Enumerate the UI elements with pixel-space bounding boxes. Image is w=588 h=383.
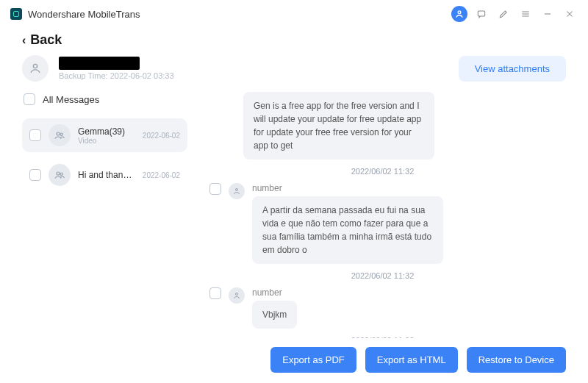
export-html-button[interactable]: Export as HTML bbox=[365, 347, 458, 373]
sidebar: All Messages Gemma(39) Video 2022-06-02 bbox=[22, 87, 187, 338]
svg-point-2 bbox=[33, 64, 37, 68]
sender-avatar-icon bbox=[229, 287, 245, 304]
svg-point-3 bbox=[57, 132, 60, 135]
sender-label: number bbox=[252, 183, 443, 193]
export-pdf-button[interactable]: Export as PDF bbox=[270, 347, 356, 373]
svg-point-7 bbox=[236, 189, 238, 191]
chevron-left-icon: ‹ bbox=[22, 34, 26, 47]
app-title: Wondershare MobileTrans bbox=[28, 9, 140, 20]
all-messages-row[interactable]: All Messages bbox=[22, 90, 187, 112]
conversation-date: 2022-06-02 bbox=[143, 171, 180, 179]
conversation-item[interactable]: Gemma(39) Video 2022-06-02 bbox=[22, 118, 187, 152]
message-timestamp: 2022/06/02 11:32 bbox=[209, 271, 556, 280]
message-timestamp: 2022/06/02 11:32 bbox=[209, 167, 556, 176]
all-messages-label: All Messages bbox=[43, 94, 99, 105]
message-timestamp: 2022/06/02 11:32 bbox=[209, 336, 556, 338]
conversation-preview: Video bbox=[78, 137, 135, 145]
message-checkbox[interactable] bbox=[209, 183, 221, 195]
conversation-item[interactable]: Hi and thanks(43) 2022-06-02 bbox=[22, 158, 187, 192]
footer: Export as PDF Export as HTML Restore to … bbox=[0, 338, 588, 383]
message-bubble: Vbjkm bbox=[252, 301, 297, 329]
minimize-icon[interactable] bbox=[539, 6, 556, 22]
message-bubble: A partir da semana passada eu fui na sua… bbox=[252, 196, 443, 264]
edit-icon[interactable] bbox=[495, 6, 512, 22]
back-button[interactable]: ‹ Back bbox=[0, 28, 588, 55]
backup-header: Backup Time: 2022-06-02 03:33 View attac… bbox=[0, 55, 588, 87]
all-messages-checkbox[interactable] bbox=[24, 93, 35, 105]
message-row: number Vbjkm bbox=[209, 287, 556, 329]
back-label: Back bbox=[30, 32, 62, 48]
conversation-checkbox[interactable] bbox=[29, 169, 41, 181]
backup-time: Backup Time: 2022-06-02 03:33 bbox=[59, 71, 448, 80]
conversation-date: 2022-06-02 bbox=[143, 132, 180, 140]
svg-point-4 bbox=[60, 133, 62, 135]
contact-avatar bbox=[22, 55, 49, 82]
message-checkbox[interactable] bbox=[209, 287, 221, 299]
chat-pane[interactable]: Gen is a free app for the free version a… bbox=[187, 87, 566, 338]
titlebar: Wondershare MobileTrans bbox=[0, 0, 588, 28]
conversation-checkbox[interactable] bbox=[29, 129, 41, 141]
contact-name-redacted bbox=[59, 57, 140, 70]
view-attachments-button[interactable]: View attachments bbox=[459, 56, 566, 82]
close-icon[interactable] bbox=[562, 6, 578, 22]
sender-avatar-icon bbox=[229, 183, 245, 199]
app-icon bbox=[10, 8, 22, 20]
sender-label: number bbox=[252, 287, 297, 298]
restore-to-device-button[interactable]: Restore to Device bbox=[467, 347, 566, 373]
svg-rect-1 bbox=[478, 11, 484, 16]
group-avatar-icon bbox=[49, 164, 71, 186]
account-icon[interactable] bbox=[451, 6, 467, 22]
svg-point-8 bbox=[236, 293, 238, 296]
conversation-name: Gemma(39) bbox=[78, 126, 135, 137]
menu-icon[interactable] bbox=[517, 6, 534, 22]
message-row: number A partir da semana passada eu fui… bbox=[209, 183, 556, 264]
svg-point-5 bbox=[57, 172, 60, 175]
message-row: Gen is a free app for the free version a… bbox=[243, 92, 556, 160]
conversation-name: Hi and thanks(43) bbox=[78, 170, 135, 180]
feedback-icon[interactable] bbox=[473, 6, 490, 22]
message-bubble: Gen is a free app for the free version a… bbox=[243, 92, 434, 160]
group-avatar-icon bbox=[49, 124, 71, 146]
svg-point-0 bbox=[458, 11, 461, 14]
svg-point-6 bbox=[60, 173, 62, 175]
